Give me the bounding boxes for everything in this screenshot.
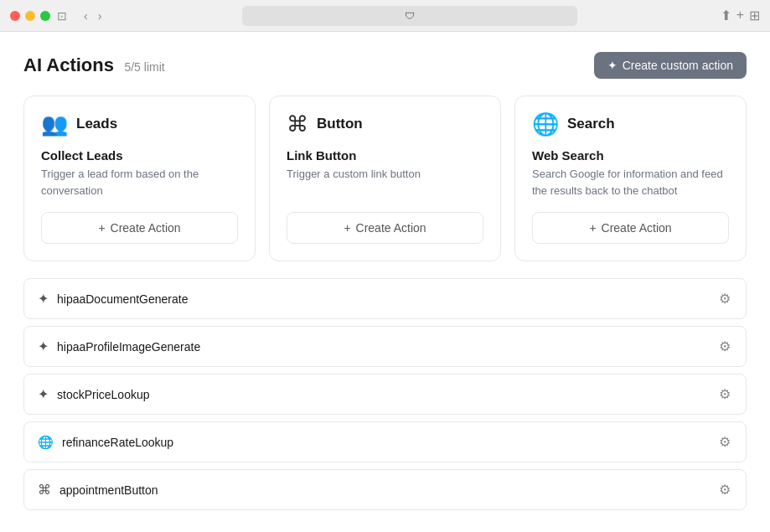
search-create-label: Create Action xyxy=(602,221,672,235)
list-item-left: 🌐 refinanceRateLookup xyxy=(38,435,173,450)
leads-description: Trigger a lead form based on the convers… xyxy=(41,166,238,199)
sparkle-icon: ✦ xyxy=(38,291,49,307)
list-item-left: ⌘ appointmentButton xyxy=(38,482,158,498)
create-custom-action-button[interactable]: ✦ Create custom action xyxy=(594,52,747,79)
list-item-name: stockPriceLookup xyxy=(57,388,150,401)
settings-button[interactable]: ⚙ xyxy=(717,432,732,452)
list-item: ✦ hipaaDocumentGenerate ⚙ xyxy=(23,278,747,319)
close-dot[interactable] xyxy=(10,11,20,21)
list-item-left: ✦ hipaaDocumentGenerate xyxy=(38,291,188,307)
settings-button[interactable]: ⚙ xyxy=(717,289,732,308)
button-create-action-button[interactable]: + Create Action xyxy=(287,212,483,244)
globe-icon: 🌐 xyxy=(532,113,559,135)
command-icon: ⌘ xyxy=(287,113,308,135)
search-description: Search Google for information and feed t… xyxy=(532,166,729,199)
back-button[interactable]: ‹ xyxy=(80,8,91,24)
button-card-header: ⌘ Button xyxy=(287,113,483,135)
search-action-title: Web Search xyxy=(532,148,729,163)
list-item-name: appointmentButton xyxy=(59,483,158,497)
cards-row: 👥 Leads Collect Leads Trigger a lead for… xyxy=(23,96,747,261)
settings-button[interactable]: ⚙ xyxy=(717,385,732,404)
browser-action-buttons: ⬆ + ⊞ xyxy=(721,8,760,23)
settings-button[interactable]: ⚙ xyxy=(717,337,732,356)
limit-badge: 5/5 limit xyxy=(124,60,164,74)
tabs-icon[interactable]: ⊞ xyxy=(749,8,760,23)
maximize-dot[interactable] xyxy=(40,11,50,21)
leads-create-label: Create Action xyxy=(111,221,181,235)
window-toggle-button[interactable]: ⊡ xyxy=(57,9,67,23)
button-type-label: Button xyxy=(317,116,363,132)
plus-icon: + xyxy=(589,221,596,235)
settings-button[interactable]: ⚙ xyxy=(717,480,732,499)
list-item: ✦ stockPriceLookup ⚙ xyxy=(23,374,747,415)
list-item: ⌘ appointmentButton ⚙ xyxy=(23,469,747,510)
shield-icon: 🛡 xyxy=(405,10,415,22)
list-item: ✦ hipaaProfileImageGenerate ⚙ xyxy=(23,326,747,367)
leads-type-label: Leads xyxy=(76,116,117,132)
share-icon[interactable]: ⬆ xyxy=(721,8,731,23)
leads-action-title: Collect Leads xyxy=(41,148,238,163)
list-item: 🌐 refinanceRateLookup ⚙ xyxy=(23,421,747,462)
sparkle-icon: ✦ xyxy=(38,386,49,402)
button-action-title: Link Button xyxy=(287,148,483,163)
traffic-lights xyxy=(10,11,50,21)
main-content: AI Actions 5/5 limit ✦ Create custom act… xyxy=(0,32,770,532)
browser-chrome: ⊡ ‹ › 🛡 ⬆ + ⊞ xyxy=(0,0,770,32)
plus-icon: + xyxy=(344,221,350,235)
leads-icon: 👥 xyxy=(41,113,68,135)
list-item-name: refinanceRateLookup xyxy=(62,436,173,449)
leads-card-header: 👥 Leads xyxy=(41,113,238,135)
list-item-name: hipaaDocumentGenerate xyxy=(57,292,188,306)
minimize-dot[interactable] xyxy=(25,11,35,21)
search-type-label: Search xyxy=(567,116,615,132)
search-create-action-button[interactable]: + Create Action xyxy=(532,212,729,244)
leads-create-action-button[interactable]: + Create Action xyxy=(41,212,238,244)
list-item-name: hipaaProfileImageGenerate xyxy=(57,340,200,354)
add-tab-icon[interactable]: + xyxy=(736,8,744,23)
address-bar[interactable]: 🛡 xyxy=(242,6,577,26)
list-item-left: ✦ stockPriceLookup xyxy=(38,386,150,402)
button-card: ⌘ Button Link Button Trigger a custom li… xyxy=(269,96,501,261)
search-card: 🌐 Search Web Search Search Google for in… xyxy=(514,96,747,261)
browser-navigation: ‹ › xyxy=(80,8,105,24)
create-custom-label: Create custom action xyxy=(623,59,733,72)
button-create-label: Create Action xyxy=(356,221,426,235)
globe-icon: 🌐 xyxy=(38,435,54,450)
list-section: ✦ hipaaDocumentGenerate ⚙ ✦ hipaaProfile… xyxy=(23,278,747,515)
sparkle-icon: ✦ xyxy=(607,59,618,72)
command-icon: ⌘ xyxy=(38,482,51,498)
page-header: AI Actions 5/5 limit ✦ Create custom act… xyxy=(23,52,747,79)
button-description: Trigger a custom link button xyxy=(287,166,483,199)
forward-button[interactable]: › xyxy=(95,8,106,24)
list-item-left: ✦ hipaaProfileImageGenerate xyxy=(38,338,200,354)
sparkle-icon: ✦ xyxy=(38,338,49,354)
leads-card: 👥 Leads Collect Leads Trigger a lead for… xyxy=(23,96,256,261)
page-title: AI Actions xyxy=(23,54,114,75)
search-card-header: 🌐 Search xyxy=(532,113,729,135)
title-group: AI Actions 5/5 limit xyxy=(23,54,165,76)
plus-icon: + xyxy=(98,221,105,235)
